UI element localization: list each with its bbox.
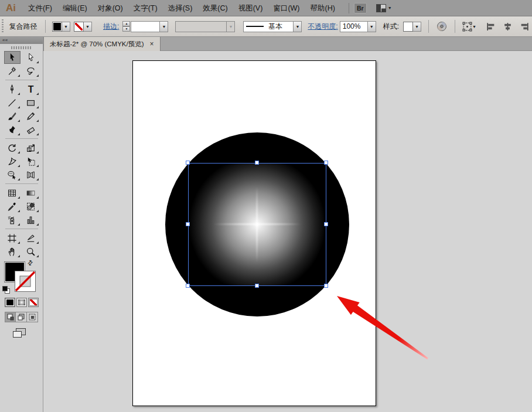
- stroke-weight-value[interactable]: [131, 21, 160, 32]
- menu-item-effect[interactable]: 效果(C): [197, 0, 233, 16]
- pencil-icon: [26, 111, 36, 121]
- menu-item-object[interactable]: 对象(O): [93, 0, 128, 16]
- document-tab[interactable]: 未标题-2* @ 70% (CMYK/预览) ×: [43, 37, 161, 51]
- draw-inside-button[interactable]: [27, 312, 37, 322]
- style-dropdown[interactable]: ▼: [413, 22, 421, 32]
- scale-icon: [26, 143, 36, 153]
- blend-tool[interactable]: [23, 200, 39, 213]
- recolor-artwork-button[interactable]: [436, 21, 447, 32]
- selection-tool[interactable]: [4, 51, 21, 64]
- menu-item-view[interactable]: 视图(V): [233, 0, 268, 16]
- stroke-dropdown-button[interactable]: ▼: [84, 22, 92, 32]
- color-button[interactable]: [5, 298, 15, 307]
- symbol-sprayer-tool[interactable]: [4, 213, 21, 226]
- column-graph-tool[interactable]: [23, 213, 39, 226]
- shape-builder-tool[interactable]: [4, 168, 21, 181]
- zoom-tool[interactable]: [23, 245, 39, 258]
- tool-group-separator: [5, 80, 38, 80]
- stroke-weight-combo[interactable]: ▼: [131, 21, 168, 32]
- stroke-swatch[interactable]: [15, 271, 36, 292]
- zoom-icon: [26, 247, 36, 257]
- menu-item-window[interactable]: 窗口(W): [268, 0, 305, 16]
- panel-grip-icon[interactable]: [11, 46, 32, 49]
- eyedropper-tool[interactable]: [4, 200, 21, 213]
- stepper-down-button[interactable]: ▼: [122, 26, 130, 32]
- width-tool[interactable]: [4, 155, 21, 168]
- selection-handle-top-left[interactable]: [186, 161, 190, 165]
- rectangle-tool[interactable]: [23, 96, 39, 109]
- selection-handle-bottom-right[interactable]: [324, 284, 328, 288]
- opacity-combo[interactable]: 100% ▼: [340, 21, 376, 32]
- type-tool[interactable]: T: [23, 83, 39, 96]
- line-segment-tool[interactable]: [4, 96, 21, 109]
- rotate-tool[interactable]: [4, 141, 21, 154]
- opacity-link[interactable]: 不透明度:: [308, 22, 337, 32]
- brush-combo[interactable]: 基本 ▼: [243, 21, 302, 32]
- artboard-tool[interactable]: [4, 231, 21, 244]
- bridge-button[interactable]: Br: [354, 3, 367, 13]
- screen-mode-button[interactable]: [13, 328, 43, 341]
- control-bar: 复合路径 ▼ ▼ 描边: ▲ ▼ ▼ ▼ 基本 ▼: [0, 16, 532, 37]
- hand-tool[interactable]: [4, 245, 21, 258]
- stroke-weight-link[interactable]: 描边:: [103, 22, 119, 32]
- paintbrush-tool[interactable]: [4, 110, 21, 122]
- close-icon[interactable]: ×: [150, 40, 154, 48]
- canvas-area[interactable]: [43, 51, 532, 412]
- scale-tool[interactable]: [23, 141, 39, 154]
- pencil-tool[interactable]: [23, 110, 39, 122]
- perspective-grid-tool[interactable]: [23, 168, 39, 181]
- brush-dropdown[interactable]: ▼: [294, 21, 302, 32]
- fill-color-swatch[interactable]: [52, 22, 62, 32]
- selection-handle-top-center[interactable]: [255, 161, 259, 165]
- stroke-none-swatch[interactable]: [74, 22, 84, 32]
- stroke-weight-stepper[interactable]: ▲ ▼: [122, 21, 130, 32]
- gradient-button[interactable]: [16, 298, 27, 307]
- free-transform-tool[interactable]: [23, 155, 39, 168]
- lasso-tool[interactable]: [23, 64, 39, 77]
- align-left-button[interactable]: [486, 22, 496, 32]
- stroke-color-control[interactable]: ▼: [74, 22, 92, 32]
- collapse-panel-icon[interactable]: « «: [0, 37, 43, 44]
- stepper-up-button[interactable]: ▲: [122, 21, 130, 26]
- eraser-tool[interactable]: [23, 123, 39, 136]
- selection-handle-middle-left[interactable]: [186, 222, 190, 226]
- draw-normal-icon: [7, 314, 14, 321]
- mesh-tool[interactable]: [4, 186, 21, 199]
- variable-width-dropdown: ▼: [227, 21, 235, 32]
- slice-tool[interactable]: [23, 231, 39, 244]
- selection-handle-top-right[interactable]: [324, 161, 328, 165]
- none-button[interactable]: [28, 298, 39, 307]
- menu-item-select[interactable]: 选择(S): [163, 0, 198, 16]
- menu-item-file[interactable]: 文件(F): [23, 0, 57, 16]
- blob-brush-tool[interactable]: [4, 123, 21, 136]
- align-center-button[interactable]: [503, 22, 513, 32]
- menu-item-edit[interactable]: 编辑(E): [57, 0, 93, 16]
- direct-selection-tool[interactable]: [23, 51, 39, 64]
- draw-behind-button[interactable]: [16, 312, 26, 322]
- style-control[interactable]: ▼: [403, 22, 421, 32]
- opacity-value[interactable]: 100%: [340, 21, 368, 32]
- transform-options-button[interactable]: ▼: [462, 22, 476, 32]
- stroke-weight-dropdown[interactable]: ▼: [160, 21, 168, 32]
- style-swatch[interactable]: [403, 22, 413, 32]
- menu-item-help[interactable]: 帮助(H): [305, 0, 340, 16]
- align-right-button[interactable]: [520, 22, 530, 32]
- workspace-switcher-button[interactable]: ▼: [376, 4, 392, 12]
- selection-handle-middle-right[interactable]: [324, 222, 328, 226]
- opacity-dropdown[interactable]: ▼: [368, 21, 376, 32]
- selection-handle-bottom-center[interactable]: [255, 284, 259, 288]
- blob-brush-icon: [7, 125, 17, 135]
- fill-dropdown-button[interactable]: ▼: [62, 22, 70, 32]
- draw-normal-button[interactable]: [5, 312, 16, 322]
- pen-tool[interactable]: [4, 83, 21, 96]
- default-fill-stroke-icon[interactable]: [2, 286, 10, 294]
- type-icon: T: [26, 84, 36, 94]
- magic-wand-tool[interactable]: [4, 64, 21, 77]
- swap-fill-stroke-icon[interactable]: ⇄: [26, 258, 35, 268]
- selection-handle-bottom-left[interactable]: [186, 284, 190, 288]
- gradient-tool[interactable]: [23, 186, 39, 199]
- tool-group-separator: [5, 229, 38, 229]
- menu-item-type[interactable]: 文字(T): [128, 0, 163, 16]
- brush-field[interactable]: 基本: [243, 21, 294, 32]
- fill-color-control[interactable]: ▼: [52, 22, 70, 32]
